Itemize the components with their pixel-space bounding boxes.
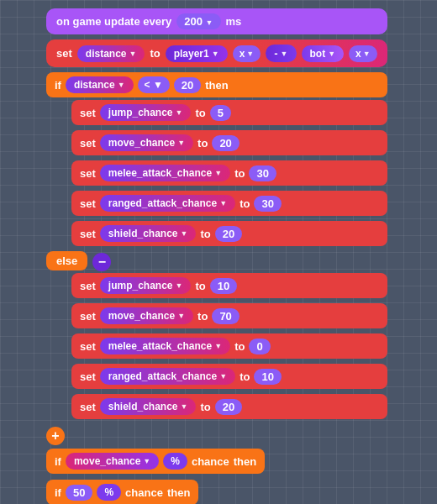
ranged-val-else[interactable]: 10 <box>254 369 281 385</box>
bot-var[interactable]: bot ▼ <box>302 45 345 62</box>
if-value[interactable]: 20 <box>174 77 201 93</box>
then-label: then <box>205 79 228 92</box>
to-label8: to <box>197 310 208 323</box>
hat-label: on game update every <box>56 15 171 28</box>
if-distance-var[interactable]: distance ▼ <box>66 76 134 93</box>
to-label3: to <box>197 137 208 150</box>
jump-chance-var-else[interactable]: jump_chance ▼ <box>100 277 192 294</box>
set-ranged-chance-if: set ranged_attack_chance ▼ to 30 <box>71 191 387 216</box>
shield-val-if[interactable]: 20 <box>215 226 242 242</box>
melee-chance-var[interactable]: melee_attack_chance ▼ <box>100 165 230 181</box>
to-label11: to <box>200 401 210 413</box>
if-keyword2: if <box>55 455 61 468</box>
set-jump-chance-if: set jump_chance ▼ to 5 <box>71 100 387 125</box>
ranged-chance-var-if[interactable]: ranged_attack_chance ▼ <box>100 195 235 212</box>
else-block: else <box>46 251 87 270</box>
fifty-val[interactable]: 50 <box>66 485 92 501</box>
jump-val-else[interactable]: 10 <box>210 278 237 294</box>
then-label2: then <box>234 455 256 468</box>
set-move-chance-if: set move_chance ▼ to 20 <box>71 130 387 155</box>
to-label4: to <box>234 167 245 180</box>
to-label: to <box>150 47 160 60</box>
set-shield-chance-if: set shield_chance ▼ to 20 <box>71 221 387 246</box>
set-distance-block: set distance ▼ to player1 ▼ x ▼ - ▼ bot … <box>46 39 387 67</box>
pct-label2: % <box>97 484 121 501</box>
else-keyword: else <box>56 255 77 267</box>
player1-var[interactable]: player1 ▼ <box>166 45 228 62</box>
set-melee-chance-else: set melee_attack_chance ▼ to 0 <box>71 333 387 359</box>
melee-val-else[interactable]: 0 <box>249 339 270 354</box>
set-melee-chance-if: set melee_attack_chance ▼ to 30 <box>71 160 387 186</box>
lt-op[interactable]: < ▼ <box>138 76 170 93</box>
shield-chance-var-else[interactable]: shield_chance ▼ <box>100 398 197 415</box>
shield-val-else[interactable]: 20 <box>215 399 242 415</box>
pct-label: % <box>163 453 187 470</box>
add-block-button[interactable]: + <box>46 427 65 445</box>
if-keyword: if <box>55 79 61 92</box>
move-chance-pct-var[interactable]: move_chance ▼ <box>66 453 159 470</box>
x2-var[interactable]: x ▼ <box>349 45 377 62</box>
jump-val-if[interactable]: 5 <box>210 105 231 121</box>
chance-label2: chance <box>125 486 163 499</box>
move-chance-var-else[interactable]: move_chance ▼ <box>100 307 193 324</box>
to-label7: to <box>195 280 205 292</box>
move-val-else[interactable]: 70 <box>212 308 239 324</box>
set-jump-chance-else: set jump_chance ▼ to 10 <box>71 273 387 298</box>
x1-var[interactable]: x ▼ <box>233 45 261 62</box>
set-ranged-chance-else: set ranged_attack_chance ▼ to 10 <box>71 364 387 389</box>
minus-op[interactable]: - ▼ <box>266 45 296 62</box>
to-label10: to <box>240 370 250 383</box>
collapse-button[interactable]: − <box>92 253 111 271</box>
then-label3: then <box>167 486 190 499</box>
jump-chance-var[interactable]: jump_chance ▼ <box>100 104 192 121</box>
hat-value[interactable]: 200 ▼ <box>176 13 220 29</box>
move-val-if[interactable]: 20 <box>212 135 239 151</box>
set-keyword: set <box>56 47 72 60</box>
shield-chance-var-if[interactable]: shield_chance ▼ <box>100 225 197 242</box>
chance-label: chance <box>192 455 229 468</box>
melee-chance-var-else[interactable]: melee_attack_chance ▼ <box>100 338 230 354</box>
to-label5: to <box>240 197 250 210</box>
if-50-block: if 50 % chance then <box>46 480 198 504</box>
hat-block: on game update every 200 ▼ ms <box>46 8 387 34</box>
hat-unit: ms <box>226 15 242 28</box>
distance-var[interactable]: distance ▼ <box>77 45 145 62</box>
if-move-chance-block: if move_chance ▼ % chance then <box>46 449 265 474</box>
to-label2: to <box>195 107 205 119</box>
set-shield-chance-else: set shield_chance ▼ to 20 <box>71 394 387 419</box>
ranged-val-if[interactable]: 30 <box>254 196 281 212</box>
if-block: if distance ▼ < ▼ 20 then <box>46 72 387 97</box>
to-label9: to <box>234 340 245 353</box>
set-move-chance-else: set move_chance ▼ to 70 <box>71 303 387 328</box>
to-label6: to <box>200 228 210 240</box>
move-chance-var-if[interactable]: move_chance ▼ <box>100 134 193 151</box>
melee-val-if[interactable]: 30 <box>249 165 276 181</box>
ranged-chance-var-else[interactable]: ranged_attack_chance ▼ <box>100 368 235 385</box>
if-keyword3: if <box>55 486 61 499</box>
